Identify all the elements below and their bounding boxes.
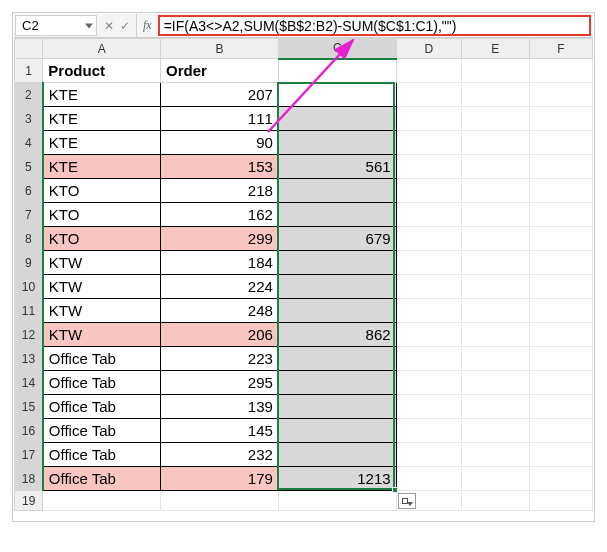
cell[interactable] <box>529 371 592 395</box>
cell[interactable] <box>462 251 530 275</box>
column-header-D[interactable]: D <box>396 39 461 59</box>
name-box-dropdown-icon[interactable] <box>85 23 93 28</box>
cell[interactable] <box>396 251 461 275</box>
row-header-12[interactable]: 12 <box>15 323 43 347</box>
cell-A14[interactable]: Office Tab <box>43 371 161 395</box>
cell[interactable] <box>396 203 461 227</box>
fx-label[interactable]: fx <box>137 14 158 37</box>
cell[interactable] <box>462 323 530 347</box>
cell-A6[interactable]: KTO <box>43 179 161 203</box>
cell[interactable] <box>396 395 461 419</box>
cell-A16[interactable]: Office Tab <box>43 419 161 443</box>
cell-A17[interactable]: Office Tab <box>43 443 161 467</box>
cell[interactable] <box>529 131 592 155</box>
cell[interactable] <box>462 275 530 299</box>
row-header-18[interactable]: 18 <box>15 467 43 491</box>
cell-B2[interactable]: 207 <box>161 83 279 107</box>
cell[interactable] <box>396 419 461 443</box>
cell-C2[interactable] <box>278 83 396 107</box>
cell-B10[interactable]: 224 <box>161 275 279 299</box>
row-header-8[interactable]: 8 <box>15 227 43 251</box>
cell[interactable] <box>462 395 530 419</box>
cell-B7[interactable]: 162 <box>161 203 279 227</box>
cell[interactable] <box>396 347 461 371</box>
cell[interactable] <box>529 251 592 275</box>
autofill-options-icon[interactable] <box>398 493 416 509</box>
cell-C7[interactable] <box>278 203 396 227</box>
row-header-13[interactable]: 13 <box>15 347 43 371</box>
cell[interactable] <box>529 323 592 347</box>
column-header-E[interactable]: E <box>462 39 530 59</box>
row-header-15[interactable]: 15 <box>15 395 43 419</box>
cell-A2[interactable]: KTE <box>43 83 161 107</box>
cell[interactable] <box>529 107 592 131</box>
cell-A13[interactable]: Office Tab <box>43 347 161 371</box>
cell-B15[interactable]: 139 <box>161 395 279 419</box>
cell[interactable] <box>529 179 592 203</box>
cell[interactable] <box>529 419 592 443</box>
cell-C9[interactable] <box>278 251 396 275</box>
cell-B11[interactable]: 248 <box>161 299 279 323</box>
cell-B16[interactable]: 145 <box>161 419 279 443</box>
cell-C5[interactable]: 561 <box>278 155 396 179</box>
cell[interactable] <box>529 467 592 491</box>
cell[interactable] <box>462 203 530 227</box>
cell-A10[interactable]: KTW <box>43 275 161 299</box>
cell[interactable] <box>529 227 592 251</box>
row-header-4[interactable]: 4 <box>15 131 43 155</box>
row-header-16[interactable]: 16 <box>15 419 43 443</box>
select-all-corner[interactable] <box>15 39 43 59</box>
cell[interactable] <box>462 83 530 107</box>
cell-B13[interactable]: 223 <box>161 347 279 371</box>
column-header-F[interactable]: F <box>529 39 592 59</box>
cell-C8[interactable]: 679 <box>278 227 396 251</box>
cell-C3[interactable] <box>278 107 396 131</box>
header-cell-B[interactable]: Order <box>161 59 279 83</box>
row-header-10[interactable]: 10 <box>15 275 43 299</box>
cell-C15[interactable] <box>278 395 396 419</box>
worksheet-grid[interactable]: ABCDEF 1ProductOrder2KTE2073KTE1114KTE90… <box>14 38 593 511</box>
cell[interactable] <box>396 323 461 347</box>
cell-C17[interactable] <box>278 443 396 467</box>
row-header-14[interactable]: 14 <box>15 371 43 395</box>
cell-B3[interactable]: 111 <box>161 107 279 131</box>
cell-A12[interactable]: KTW <box>43 323 161 347</box>
cell-C12[interactable]: 862 <box>278 323 396 347</box>
cell-B9[interactable]: 184 <box>161 251 279 275</box>
row-header-1[interactable]: 1 <box>15 59 43 83</box>
column-header-B[interactable]: B <box>161 39 279 59</box>
cell-C10[interactable] <box>278 275 396 299</box>
header-cell-A[interactable]: Product <box>43 59 161 83</box>
cancel-icon[interactable]: ✕ <box>104 19 114 33</box>
cell[interactable] <box>529 155 592 179</box>
cell-A4[interactable]: KTE <box>43 131 161 155</box>
cell-A8[interactable]: KTO <box>43 227 161 251</box>
cell-A3[interactable]: KTE <box>43 107 161 131</box>
cell[interactable] <box>396 467 461 491</box>
cell-B5[interactable]: 153 <box>161 155 279 179</box>
cell-C11[interactable] <box>278 299 396 323</box>
column-header-A[interactable]: A <box>43 39 161 59</box>
row-header-11[interactable]: 11 <box>15 299 43 323</box>
cell-A18[interactable]: Office Tab <box>43 467 161 491</box>
cell[interactable] <box>462 107 530 131</box>
cell-B17[interactable]: 232 <box>161 443 279 467</box>
cell[interactable] <box>529 491 592 511</box>
cell[interactable] <box>462 227 530 251</box>
cell-B6[interactable]: 218 <box>161 179 279 203</box>
cell[interactable] <box>462 179 530 203</box>
row-header-2[interactable]: 2 <box>15 83 43 107</box>
cell[interactable] <box>396 179 461 203</box>
cell[interactable] <box>529 203 592 227</box>
cell[interactable] <box>396 83 461 107</box>
cell[interactable] <box>278 491 396 511</box>
cell[interactable] <box>462 59 530 83</box>
column-header-C[interactable]: C <box>278 39 396 59</box>
cell[interactable] <box>462 419 530 443</box>
cell[interactable] <box>529 59 592 83</box>
cell-C16[interactable] <box>278 419 396 443</box>
confirm-icon[interactable]: ✓ <box>120 19 130 33</box>
cell[interactable] <box>529 299 592 323</box>
cell[interactable] <box>43 491 161 511</box>
cell[interactable] <box>462 131 530 155</box>
